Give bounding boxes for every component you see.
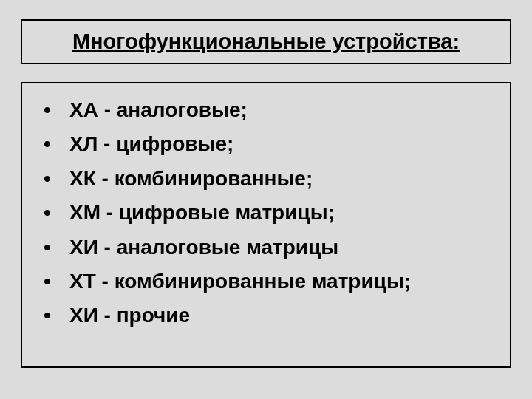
- title-box: Многофункциональные устройства:: [21, 19, 511, 64]
- item-text: ХТ - комбинированные матрицы;: [69, 268, 411, 295]
- bullet-icon: •: [41, 166, 53, 192]
- list-item: • ХИ - прочие: [41, 302, 491, 329]
- bullet-icon: •: [41, 234, 53, 261]
- item-text: ХИ - аналоговые матрицы: [69, 234, 338, 261]
- item-text: ХМ - цифровые матрицы;: [69, 200, 335, 226]
- list-item: • ХТ - комбинированные матрицы;: [41, 268, 491, 295]
- slide-title: Многофункциональные устройства:: [72, 30, 460, 53]
- bullet-icon: •: [41, 131, 53, 157]
- item-text: ХА - аналоговые;: [69, 97, 248, 123]
- bullet-icon: •: [41, 200, 53, 226]
- device-list: • ХА - аналоговые; • ХЛ - цифровые; • ХК…: [41, 97, 491, 330]
- list-item: • ХК - комбинированные;: [41, 166, 491, 192]
- item-text: ХК - комбинированные;: [69, 166, 313, 192]
- item-text: ХЛ - цифровые;: [69, 131, 233, 157]
- bullet-icon: •: [41, 268, 53, 295]
- content-box: • ХА - аналоговые; • ХЛ - цифровые; • ХК…: [21, 82, 511, 368]
- bullet-icon: •: [41, 302, 53, 329]
- bullet-icon: •: [41, 97, 53, 123]
- list-item: • ХМ - цифровые матрицы;: [41, 200, 491, 226]
- list-item: • ХЛ - цифровые;: [41, 131, 491, 157]
- list-item: • ХИ - аналоговые матрицы: [41, 234, 491, 261]
- item-text: ХИ - прочие: [69, 302, 190, 329]
- list-item: • ХА - аналоговые;: [41, 97, 491, 123]
